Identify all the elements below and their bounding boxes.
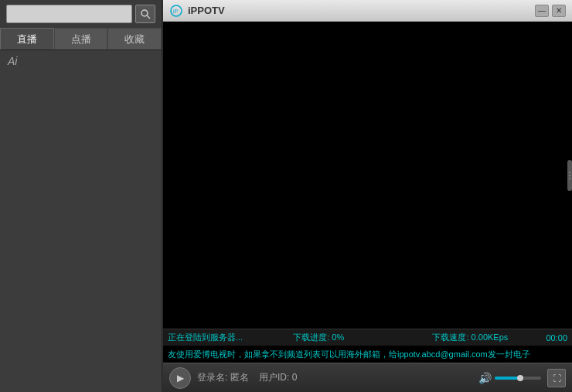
user-info: 登录名: 匿名 用户ID: 0	[197, 371, 472, 384]
tab-bar: 直播 点播 收藏	[0, 28, 162, 50]
app-title: iPPOTV	[188, 5, 225, 16]
channel-list: Ai	[0, 50, 162, 392]
user-id: 用户ID: 0	[259, 372, 297, 383]
info-bar: 友使用爱博电视时，如果拿不到频道列表可以用海外邮箱，给ippotv.abcd@g…	[163, 346, 572, 363]
tab-favorites[interactable]: 收藏	[107, 28, 162, 49]
user-label: 登录名: 匿名	[197, 372, 249, 383]
window-controls: — ✕	[535, 5, 566, 17]
info-message: 友使用爱博电视时，如果拿不到频道列表可以用海外邮箱，给ippotv.abcd@g…	[168, 349, 530, 360]
search-button[interactable]	[135, 5, 155, 23]
volume-slider[interactable]	[495, 377, 541, 380]
fullscreen-icon: ⛶	[553, 373, 561, 383]
app-logo: iP	[169, 4, 183, 18]
fullscreen-button[interactable]: ⛶	[547, 369, 566, 387]
status-download-speed: 下载速度: 0.00KEps	[394, 332, 546, 343]
status-download-progress: 下载进度: 0%	[243, 332, 394, 343]
volume-thumb	[517, 375, 523, 381]
status-bar: 正在登陆到服务器... 下载进度: 0% 下载速度: 0.00KEps 00:0…	[163, 329, 572, 346]
close-button[interactable]: ✕	[552, 5, 566, 17]
play-button[interactable]: ▶	[169, 367, 191, 389]
svg-text:iP: iP	[173, 9, 179, 14]
search-bar	[0, 0, 162, 28]
video-area	[163, 22, 572, 329]
tab-vod[interactable]: 点播	[54, 28, 108, 49]
play-icon: ▶	[177, 373, 184, 383]
status-time: 00:00	[546, 333, 567, 343]
svg-line-1	[147, 15, 150, 19]
volume-icon[interactable]: 🔊	[478, 372, 492, 384]
tab-live[interactable]: 直播	[0, 28, 54, 49]
minimize-button[interactable]: —	[535, 5, 549, 17]
sidebar-ai-label: Ai	[0, 50, 162, 72]
left-panel: 直播 点播 收藏 Ai	[0, 0, 162, 392]
right-panel: iP iPPOTV — ✕ 正在登陆到服务器... 下载进度: 0% 下载速度:…	[162, 0, 572, 392]
title-bar: iP iPPOTV — ✕	[163, 0, 572, 22]
search-input[interactable]	[6, 5, 132, 23]
controls-bar: ▶ 登录名: 匿名 用户ID: 0 🔊 ⛶	[163, 363, 572, 392]
status-connecting: 正在登陆到服务器...	[168, 332, 243, 343]
resize-handle[interactable]	[567, 160, 572, 191]
search-icon	[140, 9, 151, 19]
volume-control: 🔊	[478, 372, 541, 384]
svg-point-0	[141, 10, 148, 16]
